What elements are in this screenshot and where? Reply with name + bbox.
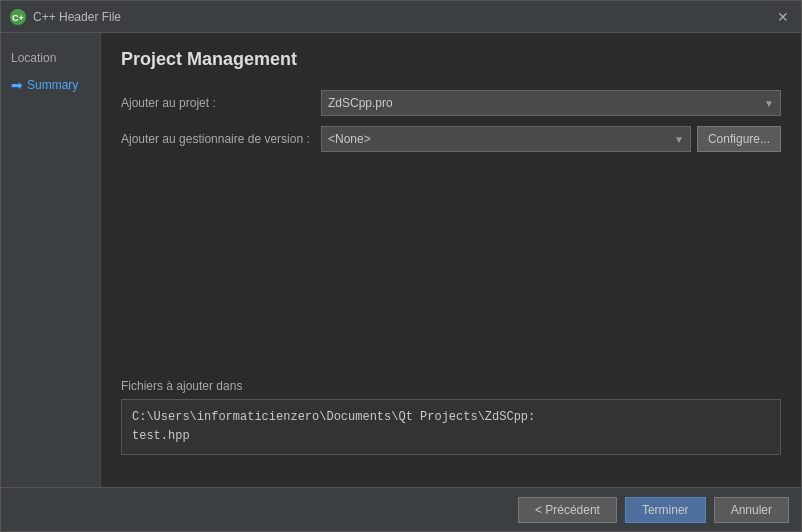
form-row-vcs: Ajouter au gestionnaire de version : <No… xyxy=(121,126,781,152)
panel-title: Project Management xyxy=(121,49,781,70)
files-section-label: Fichiers à ajouter dans xyxy=(121,379,781,393)
vcs-dropdown[interactable]: <None> ▼ xyxy=(321,126,691,152)
title-bar: C+ C++ Header File ✕ xyxy=(1,1,801,33)
project-dropdown[interactable]: ZdSCpp.pro ▼ xyxy=(321,90,781,116)
close-button[interactable]: ✕ xyxy=(773,7,793,27)
footer: < Précédent Terminer Annuler xyxy=(1,487,801,531)
sidebar-item-summary[interactable]: ➡ Summary xyxy=(1,71,100,99)
window-icon: C+ xyxy=(9,8,27,26)
files-box: C:\Users\informaticienzero\Documents\Qt … xyxy=(121,399,781,455)
files-path: C:\Users\informaticienzero\Documents\Qt … xyxy=(132,408,770,427)
files-file: test.hpp xyxy=(132,427,770,446)
sidebar: Location ➡ Summary xyxy=(1,33,101,487)
location-label: Location xyxy=(11,51,56,65)
window: C+ C++ Header File ✕ Location ➡ Summary … xyxy=(0,0,802,532)
vcs-dropdown-arrow-icon: ▼ xyxy=(674,134,684,145)
summary-label: Summary xyxy=(27,78,78,92)
window-title: C++ Header File xyxy=(33,10,773,24)
files-section: Fichiers à ajouter dans C:\Users\informa… xyxy=(121,379,781,455)
form-label-project: Ajouter au projet : xyxy=(121,96,321,110)
configure-button[interactable]: Configure... xyxy=(697,126,781,152)
right-panel: Project Management Ajouter au projet : Z… xyxy=(101,33,801,487)
sidebar-item-location[interactable]: Location xyxy=(1,45,100,71)
form-control-project: ZdSCpp.pro ▼ xyxy=(321,90,781,116)
cancel-button[interactable]: Annuler xyxy=(714,497,789,523)
vcs-dropdown-value: <None> xyxy=(328,132,371,146)
main-content: Location ➡ Summary Project Management Aj… xyxy=(1,33,801,487)
finish-button[interactable]: Terminer xyxy=(625,497,706,523)
form-row-project: Ajouter au projet : ZdSCpp.pro ▼ xyxy=(121,90,781,116)
form-label-vcs: Ajouter au gestionnaire de version : xyxy=(121,132,321,146)
dropdown-arrow-icon: ▼ xyxy=(764,98,774,109)
svg-text:C+: C+ xyxy=(12,13,24,23)
arrow-icon: ➡ xyxy=(11,77,23,93)
project-dropdown-value: ZdSCpp.pro xyxy=(328,96,393,110)
back-button[interactable]: < Précédent xyxy=(518,497,617,523)
form-control-vcs: <None> ▼ Configure... xyxy=(321,126,781,152)
